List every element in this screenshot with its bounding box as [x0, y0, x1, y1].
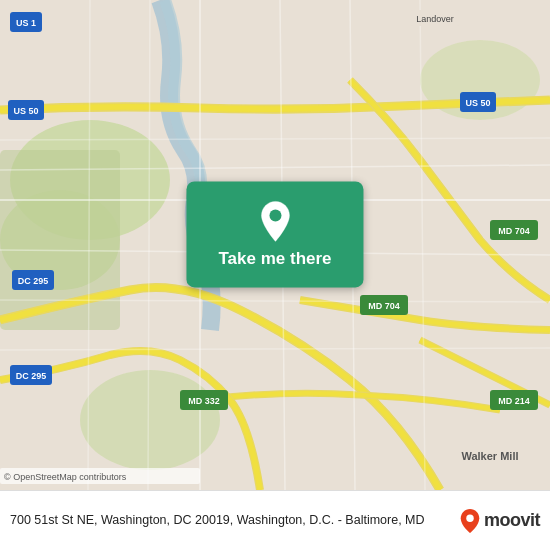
location-pin-icon [257, 199, 293, 243]
svg-text:US 50: US 50 [13, 106, 38, 116]
svg-text:DC 295: DC 295 [16, 371, 47, 381]
svg-text:Landover: Landover [416, 14, 454, 24]
svg-text:DC 295: DC 295 [18, 276, 49, 286]
svg-text:Walker Mill: Walker Mill [461, 450, 518, 462]
take-me-there-label: Take me there [218, 249, 331, 269]
moovit-pin-icon [459, 508, 481, 534]
moovit-logo: moovit [459, 508, 540, 534]
svg-text:US 1: US 1 [16, 18, 36, 28]
take-me-there-button[interactable]: Take me there [186, 181, 363, 287]
svg-text:MD 214: MD 214 [498, 396, 530, 406]
address-text: 700 51st St NE, Washington, DC 20019, Wa… [10, 512, 449, 530]
svg-point-41 [269, 209, 281, 221]
map-view: US 1 US 50 US 50 Landover DC 295 DC 295 … [0, 0, 550, 490]
svg-text:US 50: US 50 [465, 98, 490, 108]
info-bar: 700 51st St NE, Washington, DC 20019, Wa… [0, 490, 550, 550]
moovit-brand-text: moovit [484, 510, 540, 531]
svg-text:MD 704: MD 704 [498, 226, 530, 236]
svg-point-42 [466, 514, 473, 521]
svg-text:MD 332: MD 332 [188, 396, 220, 406]
svg-text:MD 704: MD 704 [368, 301, 400, 311]
svg-text:© OpenStreetMap contributors: © OpenStreetMap contributors [4, 472, 127, 482]
